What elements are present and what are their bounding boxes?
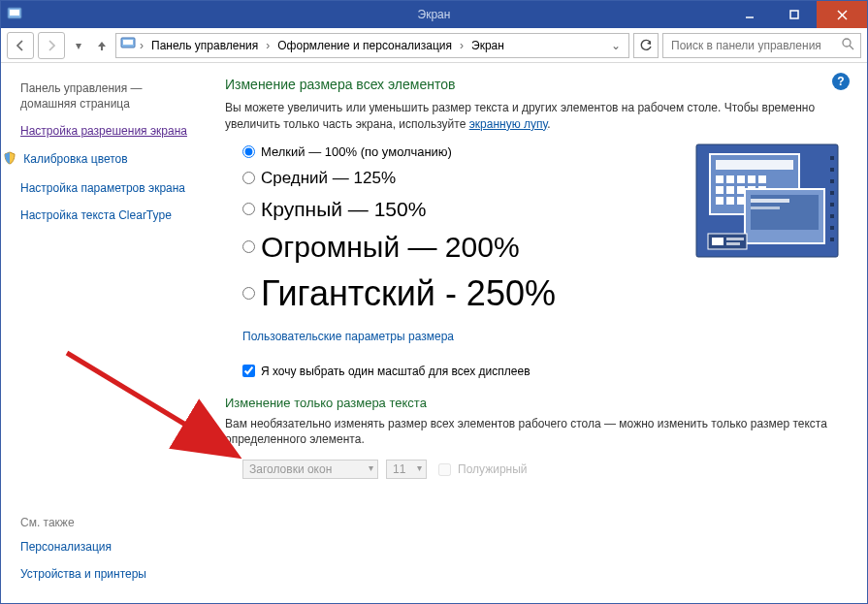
text-only-heading: Изменение только размера текста	[225, 396, 840, 410]
svg-rect-7	[123, 40, 133, 45]
breadcrumb-leaf[interactable]: Экран	[467, 37, 508, 54]
text-size-select[interactable]: 11	[386, 460, 427, 479]
size-option-medium[interactable]: Средний — 125%	[242, 169, 685, 188]
text-only-controls: Заголовки окон 11 Полужирный	[225, 460, 840, 479]
window-title: Экран	[418, 8, 451, 21]
sidebar-item-display-settings[interactable]: Настройка параметров экрана	[20, 180, 200, 196]
bold-checkbox[interactable]	[438, 463, 451, 476]
custom-size-link[interactable]: Пользовательские параметры размера	[225, 330, 454, 343]
svg-rect-3	[790, 11, 798, 18]
svg-rect-1	[10, 10, 19, 16]
svg-rect-28	[751, 199, 789, 203]
same-scale-label: Я хочу выбрать один масштаб для всех дис…	[261, 365, 530, 378]
maximize-button[interactable]	[772, 1, 817, 28]
same-scale-row: Я хочу выбрать один масштаб для всех дис…	[225, 365, 840, 378]
same-scale-checkbox[interactable]	[242, 365, 255, 377]
bold-checkbox-row[interactable]: Полужирный	[434, 461, 528, 479]
text-element-select[interactable]: Заголовки окон	[242, 460, 378, 479]
content: ? Изменение размера всех элементов Вы мо…	[209, 63, 867, 603]
control-panel-home-link[interactable]: Панель управления — домашняя страница	[20, 80, 200, 111]
svg-rect-24	[726, 197, 734, 205]
svg-rect-25	[737, 197, 745, 205]
svg-rect-23	[716, 197, 723, 205]
size-options: Мелкий — 100% (по умолчанию) Средний — 1…	[225, 144, 685, 324]
sidebar-item-resolution[interactable]: Настройка разрешения экрана	[20, 123, 200, 139]
svg-rect-31	[712, 238, 723, 245]
size-option-large[interactable]: Крупный — 150%	[242, 198, 685, 221]
see-also-personalization[interactable]: Персонализация	[20, 539, 200, 555]
up-button[interactable]	[92, 32, 112, 59]
forward-button[interactable]	[38, 32, 65, 59]
chevron-right-icon: ›	[460, 39, 464, 52]
svg-rect-19	[726, 186, 734, 194]
svg-rect-39	[830, 214, 834, 218]
svg-rect-34	[830, 156, 834, 160]
see-also-header: См. также	[20, 516, 200, 529]
svg-rect-35	[830, 168, 834, 172]
svg-rect-33	[726, 242, 740, 245]
svg-rect-15	[737, 175, 745, 183]
svg-rect-36	[830, 179, 834, 183]
close-button[interactable]	[817, 1, 867, 28]
magnifier-link[interactable]: экранную лупу	[469, 117, 548, 131]
search-input[interactable]	[669, 38, 841, 53]
see-also-devices-printers[interactable]: Устройства и принтеры	[20, 566, 200, 582]
navbar: ▾ › Панель управления › Оформление и пер…	[1, 28, 867, 63]
breadcrumb-mid[interactable]: Оформление и персонализация	[273, 37, 456, 54]
svg-rect-18	[716, 186, 723, 194]
svg-rect-14	[726, 175, 734, 183]
search-box[interactable]	[662, 33, 861, 58]
refresh-button[interactable]	[633, 33, 659, 58]
titlebar: Экран	[1, 1, 867, 28]
svg-rect-12	[716, 160, 793, 170]
size-option-huge[interactable]: Огромный — 200%	[242, 231, 685, 264]
size-option-giant[interactable]: Гигантский - 250%	[242, 273, 685, 314]
svg-line-9	[850, 46, 853, 49]
svg-rect-20	[737, 186, 745, 194]
bold-label: Полужирный	[458, 462, 528, 476]
minimize-button[interactable]	[727, 1, 772, 28]
monitor-icon	[120, 36, 136, 54]
chevron-right-icon: ›	[140, 39, 144, 52]
sidebar-item-cleartype[interactable]: Настройка текста ClearType	[20, 207, 200, 223]
monitor-illustration	[694, 143, 840, 259]
svg-rect-29	[751, 207, 780, 209]
size-option-small[interactable]: Мелкий — 100% (по умолчанию)	[242, 144, 685, 159]
page-heading: Изменение размера всех элементов	[225, 77, 840, 92]
search-icon	[841, 37, 854, 53]
svg-rect-13	[716, 175, 723, 183]
svg-rect-41	[830, 238, 834, 241]
address-dropdown[interactable]: ⌄	[607, 39, 625, 52]
svg-rect-37	[830, 191, 834, 195]
back-button[interactable]	[7, 32, 34, 59]
app-icon	[7, 6, 22, 24]
sidebar: Панель управления — домашняя страница На…	[1, 63, 209, 603]
breadcrumb-root[interactable]: Панель управления	[147, 37, 262, 54]
window: Экран ▾ › Панель управления › Оформление…	[0, 0, 868, 604]
svg-rect-17	[758, 175, 766, 183]
svg-rect-38	[830, 203, 834, 207]
body: Панель управления — домашняя страница На…	[1, 63, 867, 603]
svg-rect-40	[830, 226, 834, 230]
see-also-section: См. также Персонализация Устройства и пр…	[20, 516, 200, 593]
svg-rect-16	[748, 175, 755, 183]
address-bar[interactable]: › Панель управления › Оформление и персо…	[115, 33, 629, 58]
shield-icon	[3, 151, 18, 169]
svg-rect-32	[726, 238, 744, 240]
window-controls	[727, 1, 867, 28]
recent-dropdown[interactable]: ▾	[69, 32, 88, 59]
page-description: Вы можете увеличить или уменьшить размер…	[225, 100, 840, 133]
chevron-right-icon: ›	[266, 39, 270, 52]
text-only-description: Вам необязательно изменять размер всех э…	[225, 416, 840, 449]
sidebar-item-color-calibration[interactable]: Калибровка цветов	[20, 151, 200, 169]
help-icon[interactable]: ?	[832, 73, 850, 90]
svg-point-8	[843, 39, 851, 47]
